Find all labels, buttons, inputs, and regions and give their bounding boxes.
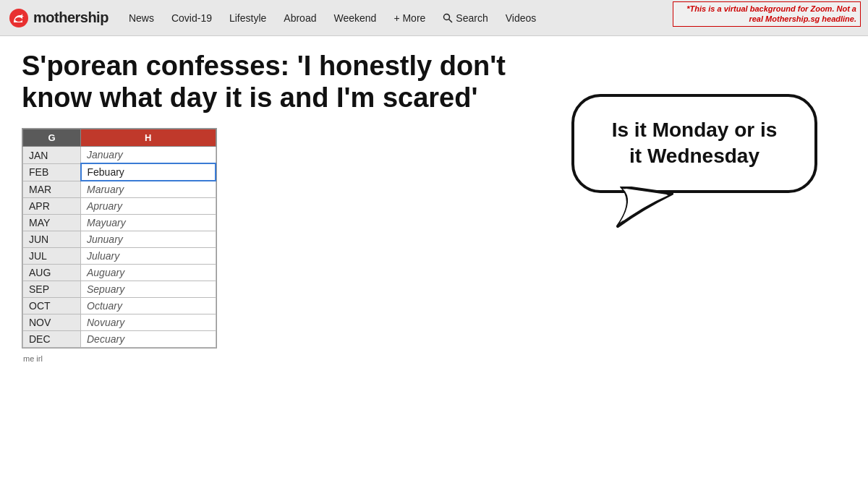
nav-item-weekend[interactable]: Weekend [326, 8, 383, 28]
nav-disclaimer: *This is a virtual background for Zoom. … [673, 1, 861, 27]
navbar: mothership News Covid-19 Lifestyle Abroa… [0, 0, 868, 36]
table-row: JANJanuary [23, 147, 216, 164]
spreadsheet-col-h: Novuary [81, 314, 216, 331]
nav-item-covid[interactable]: Covid-19 [164, 8, 219, 28]
spreadsheet-col-g: AUG [23, 265, 81, 281]
spreadsheet-col-g: DEC [23, 331, 81, 348]
spreadsheet-col-h: Decuary [81, 331, 216, 348]
table-row: MARMaruary [23, 181, 216, 198]
nav-item-news[interactable]: News [122, 8, 161, 28]
svg-line-3 [449, 19, 453, 22]
spreadsheet-col-g: JUL [23, 248, 81, 265]
table-row: OCTOctuary [23, 298, 216, 314]
nav-item-more[interactable]: + More [386, 8, 433, 28]
spreadsheet-col-h: Apruary [81, 198, 216, 215]
spreadsheet-col-g: SEP [23, 281, 81, 298]
spreadsheet-col-g: JAN [23, 147, 81, 164]
col-g-header: G [23, 129, 81, 147]
nav-item-videos[interactable]: Videos [498, 8, 544, 28]
spreadsheet-col-h: Sepuary [81, 281, 216, 298]
spreadsheet-col-h: Juluary [81, 248, 216, 265]
left-column: S'porean confesses: 'I honestly don't kn… [22, 51, 521, 474]
spreadsheet-col-h: January [81, 147, 216, 164]
spreadsheet-col-g: NOV [23, 314, 81, 331]
spreadsheet-col-g: APR [23, 198, 81, 215]
table-row: NOVNovuary [23, 314, 216, 331]
spreadsheet-col-h: Junuary [81, 231, 216, 248]
logo[interactable]: mothership [9, 8, 109, 28]
search-icon [443, 13, 453, 23]
spreadsheet-col-g: OCT [23, 298, 81, 314]
spreadsheet-col-h: Maruary [81, 181, 216, 198]
spreadsheet-col-h: Febuary [81, 163, 216, 181]
spreadsheet-col-g: MAY [23, 215, 81, 231]
spreadsheet-col-h: Octuary [81, 298, 216, 314]
logo-text: mothership [33, 9, 109, 26]
spreadsheet-col-g: JUN [23, 231, 81, 248]
spreadsheet-col-h: Auguary [81, 265, 216, 281]
table-row: AUGAuguary [23, 265, 216, 281]
article-headline: S'porean confesses: 'I honestly don't kn… [22, 51, 521, 114]
speech-bubble: Is it Monday or is it Wednesday [571, 94, 817, 193]
table-row: DECDecuary [23, 331, 216, 348]
search-label: Search [456, 12, 488, 24]
spreadsheet-col-g: MAR [23, 181, 81, 198]
speech-bubble-text: Is it Monday or is it Wednesday [612, 119, 778, 167]
speech-bubble-tail [614, 187, 679, 230]
col-h-header: H [81, 129, 216, 147]
svg-point-2 [444, 14, 450, 20]
spreadsheet-image: G H JANJanuaryFEBFebuaryMARMaruaryAPRApr… [22, 128, 217, 348]
table-row: SEPSepuary [23, 281, 216, 298]
spreadsheet-col-h: Mayuary [81, 215, 216, 231]
table-row: FEBFebuary [23, 163, 216, 181]
nav-item-lifestyle[interactable]: Lifestyle [222, 8, 273, 28]
main-content: S'porean confesses: 'I honestly don't kn… [0, 36, 868, 488]
spreadsheet-col-g: FEB [23, 163, 81, 181]
nav-search-button[interactable]: Search [435, 8, 495, 28]
table-row: JULJuluary [23, 248, 216, 265]
nav-item-abroad[interactable]: Abroad [276, 8, 323, 28]
table-row: MAYMayuary [23, 215, 216, 231]
table-row: JUNJunuary [23, 231, 216, 248]
table-row: APRApruary [23, 198, 216, 215]
logo-icon [9, 8, 29, 28]
image-credit: me irl [22, 354, 521, 363]
right-column: Is it Monday or is it Wednesday [542, 51, 846, 474]
svg-point-1 [15, 17, 22, 22]
